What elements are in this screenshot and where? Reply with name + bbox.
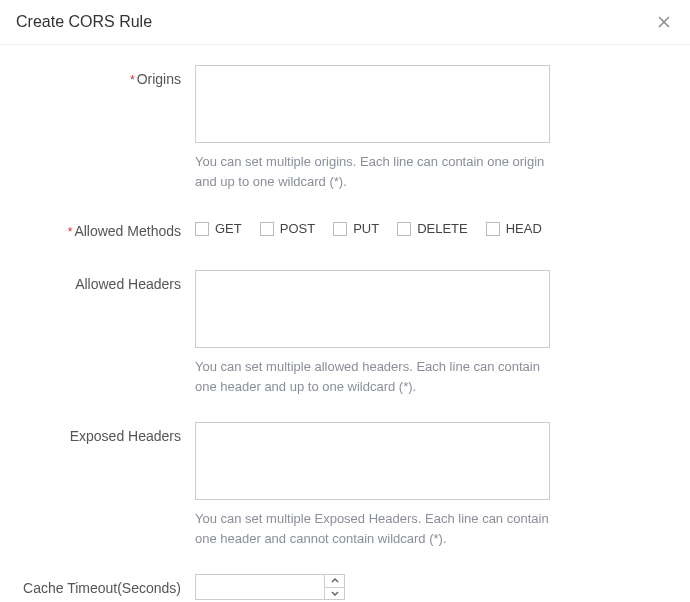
checkbox-box <box>260 222 274 236</box>
cache-timeout-input[interactable] <box>196 575 324 599</box>
allowed-headers-row: Allowed Headers You can set multiple all… <box>20 270 640 414</box>
modal-header: Create CORS Rule <box>0 0 690 45</box>
required-marker: * <box>68 225 73 239</box>
origins-textarea[interactable] <box>195 65 550 143</box>
origins-row: *Origins You can set multiple origins. E… <box>20 65 640 209</box>
exposed-headers-description: You can set multiple Exposed Headers. Ea… <box>195 509 565 548</box>
allowed-headers-textarea[interactable] <box>195 270 550 348</box>
checkbox-label: PUT <box>353 221 379 236</box>
modal-title: Create CORS Rule <box>16 13 152 31</box>
checkbox-delete[interactable]: DELETE <box>397 221 468 236</box>
checkbox-put[interactable]: PUT <box>333 221 379 236</box>
allowed-headers-label: Allowed Headers <box>20 270 195 292</box>
checkbox-box <box>486 222 500 236</box>
cors-form: *Origins You can set multiple origins. E… <box>0 45 690 602</box>
checkbox-label: GET <box>215 221 242 236</box>
allowed-methods-row: *Allowed Methods GET POST PUT <box>20 217 640 262</box>
exposed-headers-label: Exposed Headers <box>20 422 195 444</box>
allowed-methods-label: *Allowed Methods <box>20 217 195 239</box>
origins-description: You can set multiple origins. Each line … <box>195 152 565 191</box>
cache-timeout-row: Cache Timeout(Seconds) <box>20 574 640 600</box>
chevron-down-icon <box>331 591 339 596</box>
spinner-up-button[interactable] <box>325 575 344 588</box>
close-icon <box>658 16 670 28</box>
spinner-buttons <box>324 575 344 599</box>
checkbox-box <box>333 222 347 236</box>
cache-timeout-spinner <box>195 574 345 600</box>
checkbox-box <box>195 222 209 236</box>
checkbox-label: HEAD <box>506 221 542 236</box>
checkbox-head[interactable]: HEAD <box>486 221 542 236</box>
allowed-headers-description: You can set multiple allowed headers. Ea… <box>195 357 565 396</box>
checkbox-box <box>397 222 411 236</box>
checkbox-get[interactable]: GET <box>195 221 242 236</box>
exposed-headers-textarea[interactable] <box>195 422 550 500</box>
checkbox-label: DELETE <box>417 221 468 236</box>
exposed-headers-row: Exposed Headers You can set multiple Exp… <box>20 422 640 566</box>
origins-label: *Origins <box>20 65 195 87</box>
checkbox-post[interactable]: POST <box>260 221 315 236</box>
close-button[interactable] <box>654 12 674 32</box>
allowed-methods-checkboxes: GET POST PUT DELETE <box>195 217 640 236</box>
spinner-down-button[interactable] <box>325 588 344 600</box>
required-marker: * <box>130 73 135 87</box>
cache-timeout-label: Cache Timeout(Seconds) <box>20 574 195 596</box>
create-cors-rule-modal: Create CORS Rule *Origins You can set mu… <box>0 0 690 602</box>
checkbox-label: POST <box>280 221 315 236</box>
chevron-up-icon <box>331 578 339 583</box>
